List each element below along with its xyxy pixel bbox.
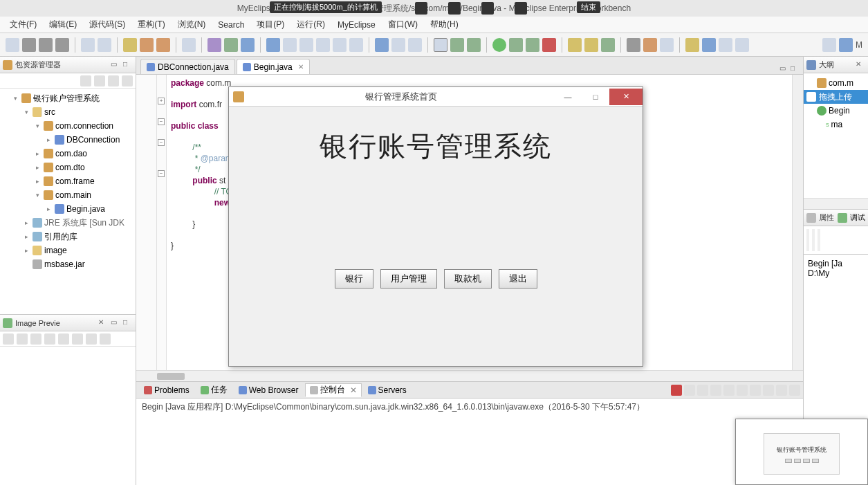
db-button[interactable] — [375, 38, 389, 52]
new-package-button[interactable] — [584, 38, 598, 52]
menu-myeclipse[interactable]: MyEclipse — [332, 19, 381, 31]
close-icon[interactable]: ✕ — [350, 385, 357, 395]
ruler-button[interactable] — [719, 38, 732, 52]
package-explorer-tree[interactable]: ▾银行账户管理系统 ▾src ▾com.connection ▸DBConnec… — [0, 89, 136, 314]
menu-window[interactable]: 窗口(W) — [382, 17, 423, 32]
exit-button[interactable]: 退出 — [499, 269, 537, 289]
link-editor-button[interactable] — [108, 75, 119, 86]
deploy-button[interactable] — [123, 38, 137, 52]
close-tab-icon[interactable]: ✕ — [298, 63, 304, 71]
annotation-button[interactable] — [643, 38, 657, 52]
atm-button[interactable]: 取款机 — [444, 269, 492, 289]
server-button[interactable] — [299, 38, 313, 52]
remove-button[interactable] — [684, 385, 695, 396]
debug-button[interactable] — [450, 38, 464, 52]
fold-marker[interactable]: − — [158, 139, 165, 146]
open-console-button[interactable] — [763, 385, 774, 396]
print-button[interactable] — [55, 38, 69, 52]
editor-tab-dbconnection[interactable]: DBConnection.java — [140, 59, 235, 74]
menu-project[interactable]: 项目(P) — [251, 17, 290, 32]
db-button[interactable] — [408, 38, 422, 52]
outline-package-node[interactable]: com.m — [804, 76, 868, 90]
menu-source[interactable]: 源代码(S) — [84, 17, 131, 32]
console-output[interactable]: Begin [Java 应用程序] D:\MyEclipse\Common\bi… — [136, 399, 803, 485]
server-button[interactable] — [266, 38, 280, 52]
suspend-button[interactable] — [812, 229, 815, 251]
minimize-editor-icon[interactable]: ▭ — [779, 64, 789, 74]
end-overlay[interactable]: 结束 — [577, 1, 600, 13]
package-node[interactable]: ▾com.connection — [0, 119, 136, 133]
menu-search[interactable]: Search — [212, 19, 250, 31]
menu-button[interactable] — [122, 75, 133, 86]
guide-button[interactable] — [735, 38, 749, 52]
editor-horizontal-scrollbar[interactable] — [136, 370, 803, 381]
highlight-button[interactable] — [702, 38, 716, 52]
terminate-button[interactable] — [818, 229, 820, 251]
close-icon[interactable]: ✕ — [98, 318, 108, 328]
fold-marker[interactable]: + — [158, 98, 165, 104]
minimize-icon[interactable]: ▭ — [111, 318, 120, 328]
open-type-button[interactable] — [601, 38, 615, 52]
perspective-switch[interactable] — [839, 38, 853, 52]
clear-button[interactable] — [710, 385, 721, 396]
run-button[interactable] — [492, 38, 506, 52]
minimize-button[interactable]: — — [554, 89, 582, 105]
zoom-in-button[interactable] — [30, 333, 41, 345]
remove-all-button[interactable] — [697, 385, 708, 396]
forward-button[interactable] — [17, 333, 28, 345]
server-button[interactable] — [333, 38, 347, 52]
bank-button[interactable]: 银行 — [335, 269, 373, 289]
menu-run[interactable]: 运行(R) — [291, 17, 331, 32]
close-icon[interactable]: ✕ — [856, 60, 865, 70]
package-node[interactable]: ▸com.frame — [0, 174, 136, 188]
minimize-icon[interactable]: ▭ — [111, 60, 120, 70]
editor-fold-column[interactable]: + − − − — [157, 75, 167, 370]
minimize-button[interactable] — [776, 385, 787, 396]
maximize-icon[interactable]: □ — [123, 318, 133, 328]
scroll-lock-button[interactable] — [723, 385, 735, 396]
options-button[interactable] — [100, 333, 111, 345]
outline-scrollbar[interactable] — [804, 198, 868, 209]
package-node[interactable]: ▸com.dto — [0, 161, 136, 174]
forward-button[interactable] — [94, 75, 105, 86]
jre-library-node[interactable]: ▸JRE 系统库 [Sun JDK — [0, 216, 136, 230]
maximize-editor-icon[interactable]: □ — [791, 64, 800, 74]
outline-class-node[interactable]: Begin — [804, 104, 868, 118]
src-folder-node[interactable]: ▾src — [0, 105, 136, 119]
user-manage-button[interactable]: 用户管理 — [380, 269, 437, 289]
problems-tab[interactable]: Problems — [139, 383, 194, 397]
menu-help[interactable]: 帮助(H) — [425, 17, 464, 32]
menu-file[interactable]: 文件(F) — [4, 17, 42, 32]
dialog-titlebar[interactable]: 银行管理系统首页 — □ ✕ — [229, 87, 643, 107]
close-button[interactable]: ✕ — [609, 89, 643, 105]
tasks-tab[interactable]: 任务 — [196, 383, 232, 397]
web-browser-tab[interactable]: Web Browser — [234, 383, 304, 397]
editor-tab-begin[interactable]: Begin.java ✕ — [237, 59, 310, 74]
outline-header[interactable]: 大纲 ✕ — [804, 57, 868, 73]
image-folder-node[interactable]: ▸image — [0, 244, 136, 257]
server-button[interactable] — [316, 38, 330, 52]
package-button[interactable] — [156, 38, 170, 52]
task-button[interactable] — [660, 38, 674, 52]
project-node[interactable]: ▾银行账户管理系统 — [0, 91, 136, 105]
properties-header[interactable]: 属性 调试 — [804, 210, 868, 226]
drag-upload-bar[interactable]: 拖拽上传 — [804, 90, 868, 104]
save-button[interactable] — [22, 38, 36, 52]
class-node[interactable]: ▸DBConnection — [0, 133, 136, 147]
debug-button[interactable] — [467, 38, 481, 52]
outline-method-node[interactable]: sma — [804, 118, 868, 131]
display-button[interactable] — [750, 385, 761, 396]
wizard-button[interactable] — [241, 38, 255, 52]
debug-launch-node[interactable]: Begin [Ja — [808, 259, 864, 268]
fold-marker[interactable]: − — [158, 118, 165, 125]
server-button[interactable] — [349, 38, 363, 52]
tool-button[interactable] — [81, 38, 95, 52]
outline-tree[interactable]: com.m 拖拽上传 Begin sma — [804, 73, 868, 198]
servers-tab[interactable]: Servers — [363, 383, 412, 397]
debug-as-button[interactable] — [509, 38, 523, 52]
db-button[interactable] — [391, 38, 405, 52]
maximize-button[interactable]: □ — [582, 89, 609, 105]
camera-button[interactable] — [434, 38, 447, 52]
console-tab[interactable]: 控制台✕ — [305, 383, 362, 397]
maximize-icon[interactable]: □ — [123, 60, 133, 70]
